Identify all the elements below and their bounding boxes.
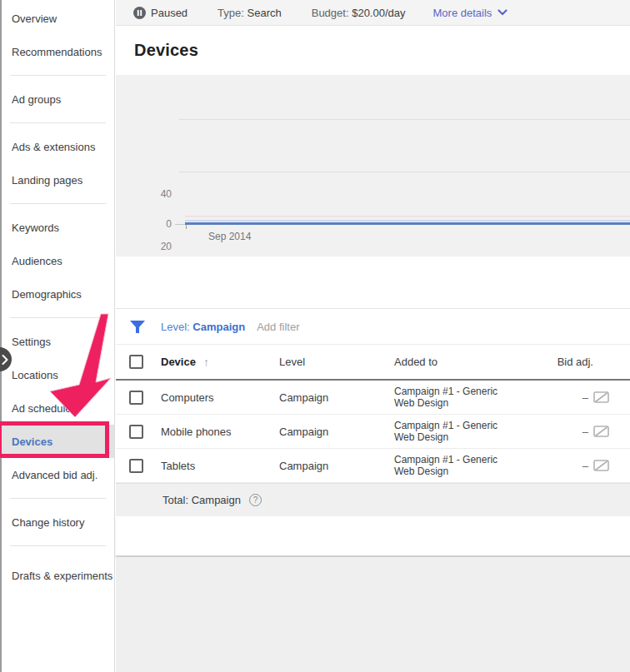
column-header-bid-adj[interactable]: Bid adj.	[552, 356, 630, 368]
sidebar-item-locations[interactable]: Locations	[2, 358, 114, 391]
x-axis-tick-mark	[186, 225, 187, 229]
card-bottom-edge	[116, 516, 630, 557]
row-checkbox[interactable]	[129, 391, 143, 405]
level-cell: Campaign	[279, 460, 394, 472]
campaign-status-bar: Paused Type: Search Budget: $20.00/day M…	[116, 0, 630, 26]
chart-series-primary	[185, 222, 630, 225]
sidebar-item-landing-pages[interactable]: Landing pages	[2, 163, 114, 197]
row-checkbox[interactable]	[129, 425, 143, 439]
table-header-row: Device ↑ Level Added to Bid adj.	[116, 344, 630, 381]
sidebar-item-demographics[interactable]: Demographics	[2, 277, 114, 311]
sidebar-item-change-history[interactable]: Change history	[2, 505, 114, 539]
spacer-band	[116, 256, 630, 308]
select-all-checkbox[interactable]	[129, 355, 143, 369]
sidebar-divider	[10, 498, 106, 499]
filter-funnel-icon[interactable]	[129, 320, 146, 334]
bid-adj-cell[interactable]: –	[552, 460, 630, 472]
table-row: Tablets Campaign Campaign #1 - GenericWe…	[116, 449, 630, 483]
add-filter-button[interactable]: Add filter	[257, 321, 299, 333]
added-to-cell: Campaign #1 - GenericWeb Design	[394, 454, 552, 477]
added-to-cell: Campaign #1 - GenericWeb Design	[394, 420, 552, 443]
level-cell: Campaign	[279, 391, 394, 404]
bid-adj-cell[interactable]: –	[552, 426, 630, 438]
sidebar-item-settings[interactable]: Settings	[2, 325, 114, 358]
chart-series-tertiary	[185, 216, 630, 217]
main-content: Paused Type: Search Budget: $20.00/day M…	[116, 0, 630, 672]
sidebar-nav: Overview Recommendations Ad groups Ads &…	[0, 0, 115, 672]
device-cell[interactable]: Mobile phones	[161, 426, 279, 438]
table-row: Mobile phones Campaign Campaign #1 - Gen…	[116, 415, 630, 449]
level-cell: Campaign	[279, 426, 394, 438]
column-header-added-to[interactable]: Added to	[394, 356, 552, 368]
bid-adj-cell[interactable]: –	[552, 391, 630, 404]
sidebar-item-drafts-experiments[interactable]: Drafts & experiments	[2, 553, 114, 600]
campaign-type: Type: Search	[218, 7, 282, 19]
no-bid-adjustment-icon	[593, 426, 610, 438]
page-title: Devices	[134, 41, 198, 60]
added-to-cell: Campaign #1 - GenericWeb Design	[394, 386, 552, 409]
sidebar-item-ads-extensions[interactable]: Ads & extensions	[2, 130, 114, 163]
sidebar-divider	[10, 545, 106, 546]
y-axis-tick: 20	[116, 241, 172, 252]
level-filter-chip[interactable]: Level: Campaign	[161, 321, 245, 333]
device-cell[interactable]: Computers	[161, 391, 279, 404]
status-label: Paused	[151, 7, 188, 19]
no-bid-adjustment-icon	[593, 391, 610, 404]
table-total-row: Total: Campaign ?	[116, 483, 630, 516]
device-cell[interactable]: Tablets	[161, 460, 279, 472]
column-header-level[interactable]: Level	[279, 356, 394, 368]
page-title-band: Devices	[116, 26, 630, 75]
chevron-right-icon	[2, 355, 8, 365]
help-icon[interactable]: ?	[249, 494, 262, 506]
table-row: Computers Campaign Campaign #1 - Generic…	[116, 381, 630, 415]
sort-ascending-icon: ↑	[203, 356, 209, 369]
chevron-down-icon	[498, 9, 508, 16]
total-label: Total: Campaign	[162, 494, 241, 506]
sidebar-item-audiences[interactable]: Audiences	[2, 244, 114, 277]
sidebar-divider	[10, 203, 106, 204]
sidebar-divider	[10, 75, 106, 76]
y-axis-tick: 0	[116, 218, 172, 230]
x-axis-tick-label: Sep 2014	[208, 231, 251, 242]
more-details-button[interactable]: More details	[433, 7, 508, 19]
campaign-budget: Budget: $20.00/day	[312, 7, 406, 19]
sidebar-item-ad-schedule[interactable]: Ad schedule	[2, 391, 114, 425]
gridline-40	[179, 119, 630, 120]
sidebar-divider	[10, 317, 106, 318]
paused-icon	[133, 7, 146, 19]
chart-series-secondary	[185, 220, 630, 222]
sidebar-item-devices[interactable]: Devices	[2, 425, 114, 458]
gridline-20	[179, 172, 630, 172]
column-header-device[interactable]: Device ↑	[161, 356, 279, 369]
campaign-status[interactable]: Paused	[133, 7, 188, 19]
sidebar-item-advanced-bid-adj[interactable]: Advanced bid adj.	[2, 458, 114, 491]
row-checkbox[interactable]	[129, 459, 143, 473]
y-axis-tick: 40	[116, 188, 172, 200]
performance-chart: 40 20 0 Sep 2014	[116, 75, 630, 256]
sidebar-item-recommendations[interactable]: Recommendations	[2, 35, 114, 68]
no-bid-adjustment-icon	[593, 460, 610, 472]
sidebar-item-keywords[interactable]: Keywords	[2, 211, 114, 244]
page-background	[116, 557, 630, 672]
sidebar-item-overview[interactable]: Overview	[2, 2, 114, 35]
sidebar-divider	[10, 122, 106, 123]
sidebar-item-ad-groups[interactable]: Ad groups	[2, 82, 114, 116]
filter-bar: Level: Campaign Add filter	[116, 308, 630, 344]
